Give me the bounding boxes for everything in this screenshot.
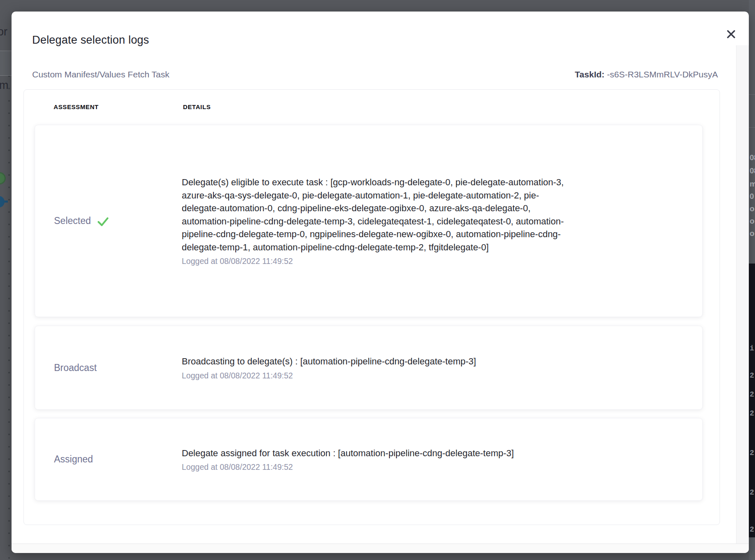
background-text-fragment: o [750, 217, 755, 226]
background-text-fragment: o [750, 229, 755, 238]
background-text-fragment: o [750, 204, 755, 213]
details-cell: Delegate(s) eligible to execute task : [… [182, 176, 574, 266]
background-text-fragment: or [0, 26, 7, 38]
assessment-label: Selected [54, 215, 91, 226]
background-panel-fragment [0, 51, 12, 76]
assessment-cell: Selected [35, 213, 182, 229]
table-row: Selected Delegate(s) eligible to execute… [35, 125, 703, 317]
background-text-fragment: 2 [750, 390, 754, 399]
background-text-fragment: i: [750, 344, 755, 352]
details-cell: Delegate assigned for task execution : [… [182, 447, 574, 472]
column-header-assessment: ASSESSMENT [54, 103, 98, 110]
background-divider [0, 51, 12, 51]
background-text-fragment: m [750, 180, 755, 189]
background-text-fragment: m [0, 79, 9, 92]
column-header-details: DETAILS [183, 103, 211, 110]
delegate-selection-logs-modal: Delegate selection logs Custom Manifest/… [12, 12, 749, 553]
close-icon [725, 28, 737, 42]
log-message: Delegate assigned for task execution : [… [182, 447, 574, 460]
background-text-fragment: 2 [750, 525, 754, 534]
assessment-cell: Broadcast [35, 362, 182, 373]
background-log-console: i: 2 2 2 2 2 2 [749, 264, 755, 537]
background-text-fragment: 2 [750, 371, 754, 380]
assessment-label: Broadcast [54, 362, 97, 373]
background-text-fragment: 2 [750, 409, 754, 418]
check-icon [96, 215, 110, 229]
background-canvas-bottom [0, 552, 755, 560]
assessment-label: Assigned [54, 454, 93, 465]
close-button[interactable] [720, 23, 743, 46]
page: { "dialog": { "title": "Delegate selecti… [0, 0, 755, 560]
assessment-cell: Assigned [35, 454, 182, 465]
log-message: Delegate(s) eligible to execute task : [… [182, 176, 574, 254]
background-text-fragment: 0 [750, 192, 754, 201]
background-text-fragment: 08 [750, 166, 755, 175]
table-row: Assigned Delegate assigned for task exec… [35, 418, 703, 501]
background-divider [0, 75, 12, 76]
task-id-value: -s6S-R3LSMmRLV-DkPusyA [607, 70, 718, 79]
table-row: Broadcast Broadcasting to delegate(s) : … [35, 326, 703, 410]
modal-footer [12, 544, 749, 553]
background-text-fragment: 2 [750, 488, 754, 497]
task-name-label: Custom Manifest/Values Fetch Task [32, 70, 169, 79]
pipeline-edge [4, 201, 8, 203]
page-title: Delegate selection logs [32, 34, 149, 47]
task-id-label: TaskId: [575, 70, 605, 79]
background-text-fragment: 08 [750, 153, 755, 162]
background-console-strip: 08 08 m 0 o o o i: 2 2 2 2 2 2 [749, 0, 755, 560]
task-id: TaskId:-s6S-R3LSMmRLV-DkPusyA [575, 70, 718, 79]
log-timestamp: Logged at 08/08/2022 11:49:52 [182, 257, 574, 266]
log-timestamp: Logged at 08/08/2022 11:49:52 [182, 371, 574, 380]
log-message: Broadcasting to delegate(s) : [automatio… [182, 355, 574, 368]
selection-logs-table: ASSESSMENT DETAILS Selected Delegate(s) … [23, 89, 720, 525]
modal-scrollbar-gutter[interactable] [736, 45, 749, 544]
details-cell: Broadcasting to delegate(s) : [automatio… [182, 355, 574, 380]
log-timestamp: Logged at 08/08/2022 11:49:52 [182, 462, 574, 472]
background-text-fragment: 2 [750, 449, 754, 457]
background-divider [749, 127, 755, 128]
background-canvas-left [0, 53, 12, 560]
background-divider [749, 94, 755, 95]
